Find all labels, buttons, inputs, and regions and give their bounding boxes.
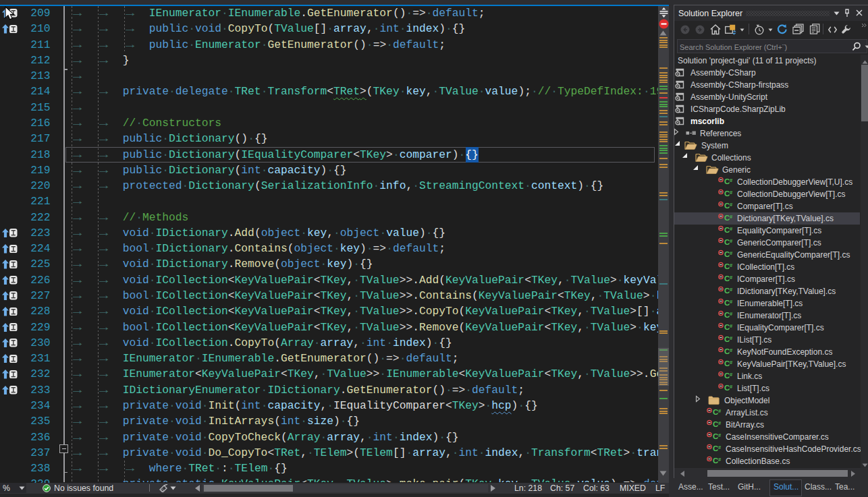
svg-text:#: # bbox=[730, 347, 733, 353]
svg-text:#: # bbox=[718, 420, 722, 426]
svg-text:#: # bbox=[718, 457, 722, 463]
svg-text:#: # bbox=[730, 323, 733, 329]
svg-text:#: # bbox=[730, 372, 733, 378]
svg-text:#: # bbox=[730, 189, 733, 196]
svg-text:#: # bbox=[730, 335, 733, 341]
svg-text:#: # bbox=[730, 384, 733, 390]
svg-text:#: # bbox=[730, 299, 733, 305]
svg-text:#: # bbox=[718, 432, 722, 438]
svg-text:#: # bbox=[730, 177, 733, 183]
svg-text:#: # bbox=[718, 408, 722, 414]
svg-text:#: # bbox=[730, 214, 733, 220]
svg-text:#: # bbox=[718, 444, 722, 450]
svg-text:#: # bbox=[730, 250, 733, 256]
svg-text:#: # bbox=[730, 226, 733, 232]
svg-text:#: # bbox=[730, 262, 733, 268]
svg-text:#: # bbox=[730, 202, 733, 208]
svg-text:#: # bbox=[730, 274, 733, 281]
svg-text:#: # bbox=[730, 359, 733, 366]
svg-text:#: # bbox=[730, 311, 733, 317]
svg-text:#: # bbox=[730, 287, 733, 293]
svg-text:#: # bbox=[730, 238, 733, 244]
